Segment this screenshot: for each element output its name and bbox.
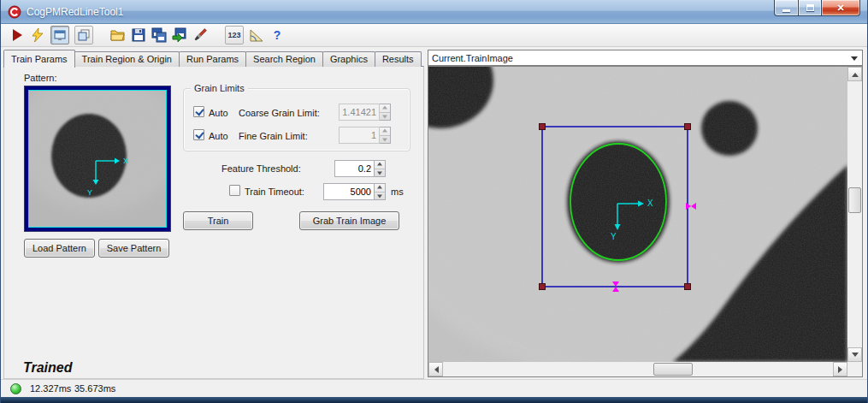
grab-train-image-button[interactable]: Grab Train Image — [299, 211, 399, 230]
fine-grain-input[interactable] — [339, 127, 380, 144]
tab-train-params[interactable]: Train Params — [3, 50, 75, 68]
horizontal-scroll-thumb[interactable] — [653, 363, 693, 376]
window-bottom-border — [1, 397, 868, 403]
scroll-left-button[interactable] — [428, 362, 443, 376]
pattern-axis-y-label: Y — [87, 188, 92, 197]
app-icon — [8, 5, 21, 19]
chevron-down-icon — [851, 56, 858, 64]
tab-train-region-origin[interactable]: Train Region & Origin — [74, 51, 180, 67]
run-button[interactable] — [9, 27, 25, 43]
train-button[interactable]: Train — [183, 211, 253, 230]
arrow-left-icon — [431, 366, 439, 373]
status-led-icon — [10, 383, 21, 394]
save-image-button[interactable] — [151, 27, 167, 43]
pattern-region-border: X Y — [28, 90, 167, 228]
folder-icon — [110, 27, 126, 43]
train-timeout-unit: ms — [391, 187, 404, 197]
coarse-grain-label: Coarse Grain Limit: — [239, 108, 320, 118]
save-pattern-button[interactable]: Save Pattern — [98, 239, 169, 258]
pattern-image: X Y — [29, 91, 166, 227]
window-title: CogPMRedLineTool1 — [27, 6, 123, 18]
scroll-up-button[interactable] — [847, 67, 862, 81]
edit-graphics-button[interactable] — [192, 27, 208, 43]
vertical-scrollbar[interactable] — [847, 67, 862, 362]
maximize-button[interactable] — [799, 0, 822, 16]
help-icon: ? — [274, 28, 281, 42]
load-pattern-button[interactable]: Load Pattern — [24, 239, 95, 258]
pattern-image-frame[interactable]: X Y — [24, 86, 171, 232]
numeric-123-icon: 123 — [227, 31, 240, 39]
coarse-auto-checkbox[interactable] — [193, 106, 204, 117]
vertical-scroll-thumb[interactable] — [848, 187, 861, 213]
fine-grain-label: Fine Grain Limit: — [239, 131, 308, 141]
pattern-axis-x-label: X — [123, 157, 128, 165]
close-button[interactable]: ✕ — [822, 0, 860, 16]
fine-auto-label: Auto — [209, 131, 228, 141]
grain-limits-title: Grain Limits — [191, 83, 248, 93]
overlapping-panes-icon — [78, 29, 90, 41]
protractor-icon — [249, 27, 264, 43]
tab-strip: Train Params Train Region & Origin Run P… — [3, 49, 421, 67]
arrow-up-icon — [852, 69, 859, 77]
arrow-down-icon — [852, 353, 859, 360]
arrow-right-icon — [838, 366, 846, 373]
brush-icon — [192, 27, 208, 43]
image-display-toggle[interactable] — [50, 26, 69, 44]
status-bar: 12.327ms 35.673ms — [1, 379, 868, 397]
image-selector-value: Current.TrainImage — [432, 53, 513, 63]
pane-layout-button[interactable] — [74, 26, 93, 44]
train-timeout-label: Train Timeout: — [245, 187, 304, 197]
numeric-format-button[interactable]: 123 — [225, 26, 244, 44]
minimize-icon — [782, 9, 790, 12]
maximize-icon — [806, 4, 814, 11]
status-time-1: 12.327ms — [30, 383, 71, 394]
train-timeout-checkbox[interactable] — [229, 185, 240, 196]
titlebar[interactable]: CogPMRedLineTool1 ✕ — [1, 0, 868, 24]
fine-grain-spinner[interactable] — [380, 127, 391, 144]
train-timeout-input[interactable] — [323, 183, 375, 200]
coarse-auto-label: Auto — [209, 108, 228, 118]
measure-angle-button[interactable] — [249, 27, 264, 43]
coarse-grain-input[interactable] — [339, 104, 380, 121]
minimize-button[interactable] — [774, 0, 799, 16]
tab-search-region[interactable]: Search Region — [245, 51, 323, 67]
live-run-button[interactable] — [30, 27, 45, 43]
floppy-copy-icon — [151, 27, 167, 43]
close-icon: ✕ — [836, 3, 844, 14]
coarse-grain-spinner[interactable] — [380, 104, 391, 121]
axis-x-label: X — [647, 199, 653, 208]
feature-threshold-label: Feature Threshold: — [221, 163, 301, 174]
train-image-panel: X Y — [428, 66, 863, 377]
status-time-2: 35.673ms — [74, 383, 115, 394]
pattern-label: Pattern: — [24, 73, 57, 83]
feature-threshold-spinner[interactable] — [375, 160, 386, 177]
scroll-right-button[interactable] — [833, 362, 847, 376]
scroll-down-button[interactable] — [847, 347, 862, 362]
scrollbar-corner — [847, 362, 862, 376]
axis-y-label: Y — [611, 232, 617, 241]
horizontal-scrollbar[interactable] — [428, 362, 847, 376]
fine-auto-checkbox[interactable] — [193, 129, 204, 140]
help-button[interactable]: ? — [269, 27, 285, 43]
run-icon — [9, 27, 25, 43]
save-file-button[interactable] — [131, 27, 146, 43]
tab-run-params[interactable]: Run Params — [179, 51, 246, 67]
train-timeout-spinner[interactable] — [375, 183, 386, 200]
monitor-icon — [54, 29, 66, 41]
feature-threshold-input[interactable] — [334, 160, 375, 177]
image-selector-combobox[interactable]: Current.TrainImage — [428, 50, 863, 66]
import-button[interactable] — [172, 27, 187, 43]
trained-status: Trained — [23, 360, 73, 376]
open-file-button[interactable] — [110, 27, 126, 43]
app-window: CogPMRedLineTool1 ✕ — [0, 0, 868, 403]
tab-results[interactable]: Results — [375, 51, 422, 67]
train-image-display[interactable]: X Y — [428, 67, 847, 362]
floppy-icon — [131, 27, 146, 43]
toolbar: 123 ? — [1, 24, 868, 47]
lightning-icon — [30, 27, 45, 43]
floppy-arrow-icon — [172, 27, 187, 43]
tab-graphics[interactable]: Graphics — [322, 51, 375, 67]
